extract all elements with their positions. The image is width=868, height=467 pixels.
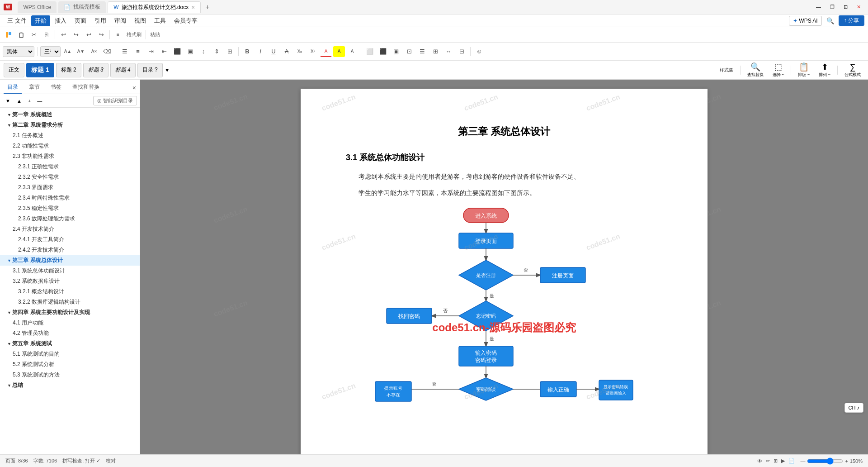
sidebar-tab-findreplace[interactable]: 查找和替换 [69, 81, 103, 94]
find-replace-btn[interactable]: 🔍 查找替换 [744, 62, 767, 78]
undo-btn[interactable]: ↩ [57, 29, 69, 40]
font-size-down-btn[interactable]: A▼ [75, 46, 87, 57]
menu-member[interactable]: 会员专享 [170, 15, 201, 26]
font-size-up-btn[interactable]: A▲ [62, 46, 74, 57]
window-min-btn[interactable]: — [812, 3, 825, 11]
toc-add-btn[interactable]: + [25, 97, 33, 105]
zoom-out-btn[interactable]: — [800, 458, 805, 464]
menu-file[interactable]: 三 文件 [4, 15, 30, 26]
text-direction-btn[interactable]: ↔ [443, 46, 454, 57]
document-area[interactable]: code51.cn code51.cn code51.cn code51.cn … [140, 80, 868, 454]
undo2-btn[interactable]: ↩ [83, 29, 94, 40]
menu-review[interactable]: 审阅 [111, 15, 130, 26]
eraser-btn[interactable]: ⌫ [101, 46, 113, 57]
format-painter-btn[interactable]: ≡ [112, 29, 124, 40]
play-icon[interactable]: ▶ [781, 458, 785, 464]
menu-page[interactable]: 页面 [71, 15, 90, 26]
toc-item-1[interactable]: ▼ 第二章 系统需求分析 [0, 120, 140, 130]
share-button[interactable]: ↑ 分享 [839, 15, 864, 26]
redo2-btn[interactable]: ↪ [95, 29, 107, 40]
toc-item-22[interactable]: ▼ 第五章 系统测试 [0, 338, 140, 349]
indent-in-btn[interactable]: ⇥ [145, 46, 157, 57]
menu-start[interactable]: 开始 [31, 15, 50, 26]
align-left2-btn[interactable]: ⬛ [377, 46, 389, 57]
style-gallery-btn[interactable]: 样式集 [716, 67, 737, 73]
toc-item-4[interactable]: 2.3 非功能性需求 [0, 151, 140, 162]
toc-remove-btn[interactable]: — [34, 97, 45, 105]
zoom-slider[interactable] [807, 457, 843, 465]
tab-template[interactable]: 📄 找稿壳模板 [58, 1, 106, 13]
toc-item-8[interactable]: 2.3.4 时间特殊性需求 [0, 193, 140, 203]
sort-btn[interactable]: ⬆ 排列 ~ [815, 62, 834, 78]
layout-icon[interactable]: ⊞ [774, 458, 778, 464]
toc-item-16[interactable]: 3.2 系统数据库设计 [0, 276, 140, 286]
style-h1-btn[interactable]: 标题 1 [26, 63, 54, 77]
toc-item-21[interactable]: 4.2 管理员功能 [0, 328, 140, 338]
align-all-btn[interactable]: ⬜ [364, 46, 376, 57]
ch-button[interactable]: CH ♪ [844, 403, 863, 413]
toc-item-13[interactable]: 2.4.2 开发技术简介 [0, 245, 140, 255]
list-ol-btn[interactable]: ≡ [132, 46, 144, 57]
ai-toc-btn[interactable]: ◎ 智能识别目录 [93, 96, 137, 105]
search-icon[interactable]: 🔍 [824, 16, 837, 25]
format-clear-btn[interactable] [3, 29, 14, 40]
style-h3-btn[interactable]: 标题 3 [83, 63, 108, 77]
strikethrough-btn[interactable]: A [281, 46, 292, 57]
subscript-btn[interactable]: X₂ [294, 46, 306, 57]
copy-btn[interactable]: ⎘ [41, 29, 52, 40]
menu-tools[interactable]: 工具 [151, 15, 170, 26]
redo-btn[interactable]: ↪ [70, 29, 82, 40]
line-spacing-btn[interactable]: ↕ [198, 46, 209, 57]
toc-item-17[interactable]: 3.2.1 概念结构设计 [0, 286, 140, 297]
align-center-btn[interactable]: ▣ [184, 46, 196, 57]
menu-insert[interactable]: 插入 [51, 15, 70, 26]
edit-icon[interactable]: ✏ [766, 458, 770, 464]
toc-item-15[interactable]: 3.1 系统总体功能设计 [0, 266, 140, 276]
window-max-btn[interactable]: ⊡ [840, 3, 851, 11]
border-btn[interactable]: ⊟ [456, 46, 467, 57]
style-normal-btn[interactable]: 正文 [4, 63, 24, 77]
highlight-btn[interactable]: A [333, 46, 345, 57]
toc-expand-up-btn[interactable]: ▲ [14, 97, 24, 105]
style-toc-btn[interactable]: 目录 ? [137, 63, 163, 77]
align-right-btn[interactable]: ⊡ [403, 46, 415, 57]
toc-item-0[interactable]: ▼ 第一章 系统概述 [0, 110, 140, 120]
style-h4-btn[interactable]: 标题 4 [110, 63, 136, 77]
style-expand-btn[interactable]: ▼ [165, 67, 170, 73]
cut-btn[interactable]: ✂ [28, 29, 40, 40]
smiley-btn[interactable]: ☺ [473, 46, 485, 57]
toc-item-12[interactable]: 2.4.1 开发工具简介 [0, 234, 140, 245]
zoom-in-btn[interactable]: + [845, 458, 848, 464]
toc-item-20[interactable]: 4.1 用户功能 [0, 318, 140, 328]
tab-doc[interactable]: W 旅游推荐系统设计文档.docx ✕ [108, 1, 201, 13]
toc-item-6[interactable]: 2.3.2 安全性需求 [0, 172, 140, 182]
char-shading-btn[interactable]: A [346, 46, 358, 57]
toc-item-19[interactable]: ▼ 第四章 系统主要功能设计及实现 [0, 307, 140, 318]
sidebar-tab-bookmark[interactable]: 书签 [47, 81, 65, 94]
bold-btn[interactable]: B [241, 46, 253, 57]
toc-item-9[interactable]: 2.3.5 稳定性需求 [0, 203, 140, 214]
toc-item-5[interactable]: 2.3.1 正确性需求 [0, 162, 140, 172]
tab-doc-close[interactable]: ✕ [191, 5, 195, 10]
toc-item-3[interactable]: 2.2 功能性需求 [0, 141, 140, 151]
wps-ai-btn[interactable]: ✦ WPS AI [789, 16, 821, 26]
align-distribute-btn[interactable]: ⊞ [429, 46, 441, 57]
select-btn[interactable]: ⬚ 选择 ~ [769, 62, 788, 78]
paste-btn[interactable] [15, 29, 27, 40]
menu-view[interactable]: 视图 [131, 15, 150, 26]
sidebar-tab-toc[interactable]: 目录 [4, 81, 22, 94]
font-clear-btn[interactable]: A× [88, 46, 100, 57]
list-ul-btn[interactable]: ☰ [119, 46, 131, 57]
toc-item-11[interactable]: 2.4 开发技术简介 [0, 224, 140, 234]
window-restore-btn[interactable]: ❐ [826, 3, 838, 11]
font-size-select[interactable]: 三号 [40, 46, 61, 57]
toc-item-26[interactable]: ▼ 总结 [0, 380, 140, 391]
eye-icon[interactable]: 👁 [757, 458, 762, 464]
align-center2-btn[interactable]: ▣ [390, 46, 402, 57]
superscript-btn[interactable]: X² [307, 46, 319, 57]
doc-view-icon[interactable]: 📄 [788, 458, 795, 464]
para-spacing-btn[interactable]: ⇕ [211, 46, 222, 57]
sidebar-close-btn[interactable]: × [132, 84, 136, 91]
typeset-btn[interactable]: 📋 排版 ~ [794, 62, 813, 78]
font-select[interactable]: 黑体 [3, 46, 34, 57]
